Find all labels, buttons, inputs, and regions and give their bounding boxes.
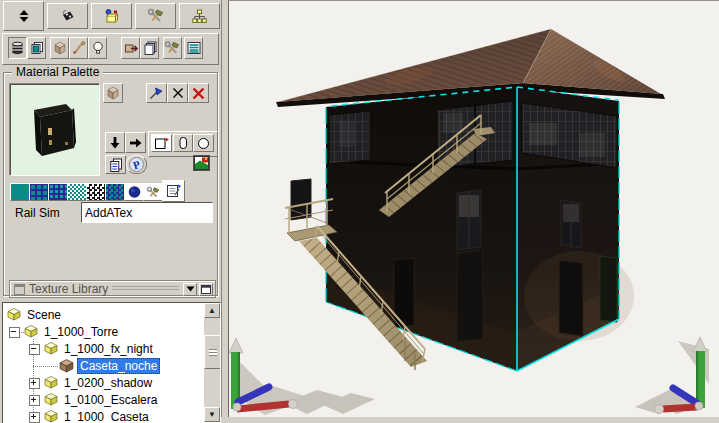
globe-icon: [125, 184, 144, 200]
swatch-globe[interactable]: [124, 183, 145, 201]
collapse-icon: [14, 284, 25, 295]
list-view-button[interactable]: [184, 37, 203, 59]
yellow-box-icon: [7, 307, 21, 323]
collapse-minus-icon[interactable]: [29, 344, 40, 355]
yellow-box-icon: [44, 375, 58, 391]
scrollbar-thumb[interactable]: [204, 335, 221, 369]
yellow-box-icon: [44, 392, 58, 408]
tab-paint[interactable]: [47, 3, 88, 29]
export-box-button[interactable]: [121, 37, 140, 59]
tab-tools[interactable]: [135, 3, 176, 29]
show-map-button[interactable]: [193, 155, 210, 171]
light-button[interactable]: [88, 37, 107, 59]
rail-sim-input[interactable]: [81, 202, 213, 223]
tree-item-label[interactable]: 1_0100_Escalera: [61, 392, 160, 408]
expand-plus-icon[interactable]: [29, 412, 40, 423]
yellow-box-icon: [44, 341, 58, 357]
material-preview: [9, 83, 100, 176]
apply-right-button[interactable]: [125, 132, 146, 153]
texture-library-rollup[interactable]: Texture Library: [9, 280, 216, 298]
material-preview-cube: [10, 84, 97, 173]
tree-item-caseta-noche[interactable]: Caseta_noche: [3, 358, 160, 374]
swatch-teal-solid[interactable]: [10, 183, 31, 201]
swatch-bw-checker[interactable]: [86, 183, 107, 201]
arrow-down-icon: [106, 133, 124, 152]
delete-material-button[interactable]: [167, 83, 188, 103]
swatch-navy-dots-large[interactable]: [29, 183, 50, 201]
app-window: { "panel_tabs": [ {"icon": "spinner-arro…: [0, 0, 719, 423]
tree-scrollbar[interactable]: ▲ ▼: [204, 303, 220, 422]
expand-plus-icon[interactable]: [29, 395, 40, 406]
cylinder-map-button[interactable]: [173, 134, 193, 152]
copy-layers-button[interactable]: [140, 37, 159, 59]
tree-item-label[interactable]: 1_1000_Torre: [41, 324, 121, 340]
scroll-up-button[interactable]: ▲: [204, 303, 220, 318]
cylinder-map-icon: [174, 135, 192, 151]
texture-layers-button[interactable]: [27, 37, 46, 59]
swatch-tools[interactable]: [143, 183, 164, 201]
list-lines-icon: [185, 38, 202, 58]
paint-bucket-icon: [54, 5, 81, 27]
assign-material-button[interactable]: [103, 83, 123, 103]
collapse-minus-icon[interactable]: [9, 327, 20, 338]
light-bulb-icon: [89, 38, 106, 58]
scroll-down-button[interactable]: ▼: [204, 407, 220, 422]
tree-item-label-selected[interactable]: Caseta_noche: [77, 358, 160, 374]
tree-item-scene[interactable]: Scene: [3, 307, 64, 323]
material-editor-button[interactable]: [8, 37, 27, 59]
properties-sheet-icon: [163, 181, 184, 201]
apply-down-button[interactable]: [105, 132, 125, 153]
thumb-grip-icon: [209, 349, 217, 356]
tab-spinner[interactable]: [3, 1, 44, 31]
planar-map-button[interactable]: [151, 134, 172, 152]
viewport-3d[interactable]: [228, 0, 719, 419]
material-palette-group: Material Palette P: [3, 72, 218, 296]
uvw-p-icon: P: [127, 156, 146, 173]
bone-tool-button[interactable]: [69, 37, 88, 59]
texture-library-dropdown-button[interactable]: [183, 283, 197, 296]
planar-map-icon: [152, 135, 171, 151]
tree-item-escalera[interactable]: 1_0100_Escalera: [3, 392, 160, 408]
pin-pen-icon: [147, 84, 166, 102]
swatch-navy-teal-checker[interactable]: [105, 183, 126, 201]
dropdown-arrow-icon: [184, 284, 196, 295]
tree-item-label[interactable]: Scene: [24, 307, 64, 323]
hammer-wrench-icon: [144, 184, 163, 200]
sphere-map-button[interactable]: [193, 134, 214, 152]
black-x-icon: [168, 84, 187, 102]
cube-icon: [51, 38, 68, 58]
tree-item-label[interactable]: 1_1000_fx_night: [61, 341, 156, 357]
yellow-box-icon: [24, 324, 38, 340]
tree-item-shadow[interactable]: 1_0200_shadow: [3, 375, 155, 391]
delete-all-materials-button[interactable]: [188, 83, 209, 103]
tools-button[interactable]: [163, 37, 182, 59]
copy-icon: [106, 156, 125, 173]
pick-material-button[interactable]: [146, 83, 167, 103]
tools-icon: [164, 38, 181, 58]
expand-plus-icon[interactable]: [29, 378, 40, 389]
spinner-arrows-icon: [10, 3, 37, 29]
texture-library-window-button[interactable]: [199, 283, 213, 296]
swatch-teal-checker[interactable]: [67, 183, 88, 201]
swatch-navy-dots-small[interactable]: [48, 183, 69, 201]
cube-icon: [104, 84, 122, 102]
rail-sim-label: Rail Sim: [15, 206, 60, 220]
image-icon: [194, 156, 209, 170]
copy-button[interactable]: [105, 155, 126, 174]
tree-item-fx-night[interactable]: 1_1000_fx_night: [3, 341, 156, 357]
tree-item-torre[interactable]: 1_1000_Torre: [3, 324, 121, 340]
tab-hierarchy[interactable]: [179, 3, 220, 29]
tree-item-label[interactable]: 1_0200_shadow: [61, 375, 155, 391]
create-cube-button[interactable]: [50, 37, 69, 59]
yellow-box-icon: [44, 409, 58, 423]
arrow-up-icon: ▲: [208, 306, 216, 315]
scene-tree[interactable]: Scene 1_1000_Torre 1_1000_fx_night Caset…: [2, 302, 221, 423]
axis-gizmo-right: [635, 337, 709, 414]
window-icon: [200, 284, 212, 295]
axis-gizmo-left: [229, 338, 375, 415]
tab-objects[interactable]: [91, 3, 132, 29]
tree-item-caseta[interactable]: 1_1000_Caseta: [3, 409, 152, 423]
uvw-properties-button[interactable]: P: [126, 155, 147, 174]
tree-item-label[interactable]: 1_1000_Caseta: [61, 409, 152, 423]
swatch-properties[interactable]: [162, 180, 185, 202]
